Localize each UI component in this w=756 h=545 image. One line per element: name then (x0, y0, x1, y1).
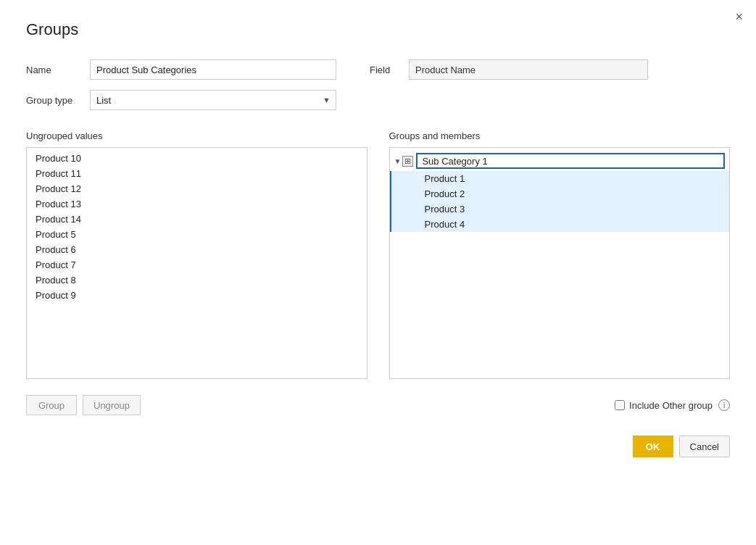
list-item[interactable]: Product 12 (27, 181, 367, 196)
member-item[interactable]: Product 1 (390, 171, 730, 186)
member-item[interactable]: Product 3 (390, 201, 730, 217)
ungroup-button[interactable]: Ungroup (83, 395, 141, 415)
include-other-group: Include Other group i (615, 399, 730, 411)
bottom-bar: Group Ungroup Include Other group i (26, 395, 730, 415)
list-item[interactable]: Product 13 (27, 196, 367, 212)
list-item[interactable]: Product 6 (27, 242, 367, 257)
group-type-row: Group type List Bin ▼ (26, 90, 730, 110)
ok-button[interactable]: OK (633, 436, 673, 457)
group-type-label: Group type (26, 95, 78, 106)
close-button[interactable]: × (735, 10, 743, 23)
member-item[interactable]: Product 4 (390, 217, 730, 232)
groups-title: Groups and members (389, 130, 731, 141)
group-button[interactable]: Group (26, 395, 77, 415)
group-header-row[interactable]: ▼ ⊞ Sub Category 1 (390, 151, 730, 171)
panels-row: Ungrouped values Product 10 Product 11 P… (26, 130, 730, 379)
group-name-cell[interactable]: Sub Category 1 (416, 153, 725, 169)
name-label: Name (26, 65, 78, 75)
ungrouped-listbox[interactable]: Product 10 Product 11 Product 12 Product… (26, 147, 367, 379)
ungrouped-title: Ungrouped values (26, 130, 367, 141)
groups-panel: Groups and members ▼ ⊞ Sub Category 1 Pr… (389, 130, 731, 379)
list-item[interactable]: Product 9 (27, 288, 367, 303)
dialog-title: Groups (26, 20, 730, 39)
ungrouped-panel: Ungrouped values Product 10 Product 11 P… (26, 130, 367, 379)
list-item[interactable]: Product 11 (27, 166, 367, 181)
include-other-label: Include Other group (629, 400, 713, 411)
action-buttons: Group Ungroup (26, 395, 141, 415)
table-icon: ⊞ (402, 156, 413, 167)
member-item[interactable]: Product 2 (390, 186, 730, 201)
name-field-row: Name Field Product Name (26, 59, 730, 80)
field-label: Field (370, 65, 397, 75)
footer-row: OK Cancel (26, 436, 730, 457)
groups-listbox[interactable]: ▼ ⊞ Sub Category 1 Product 1 Product 2 P… (389, 147, 731, 379)
list-item[interactable]: Product 10 (27, 151, 367, 166)
group-type-select-wrapper: List Bin ▼ (90, 90, 336, 110)
list-item[interactable]: Product 14 (27, 212, 367, 227)
field-value: Product Name (409, 59, 648, 80)
include-other-checkbox[interactable] (615, 400, 625, 410)
collapse-icon[interactable]: ▼ (394, 157, 402, 165)
list-item[interactable]: Product 5 (27, 227, 367, 242)
list-item[interactable]: Product 8 (27, 272, 367, 288)
group-type-select[interactable]: List Bin (90, 90, 336, 110)
groups-dialog: × Groups Name Field Product Name Group t… (0, 0, 756, 545)
list-item[interactable]: Product 7 (27, 257, 367, 272)
info-icon: i (718, 399, 730, 411)
name-input[interactable] (90, 59, 336, 80)
cancel-button[interactable]: Cancel (679, 436, 730, 457)
